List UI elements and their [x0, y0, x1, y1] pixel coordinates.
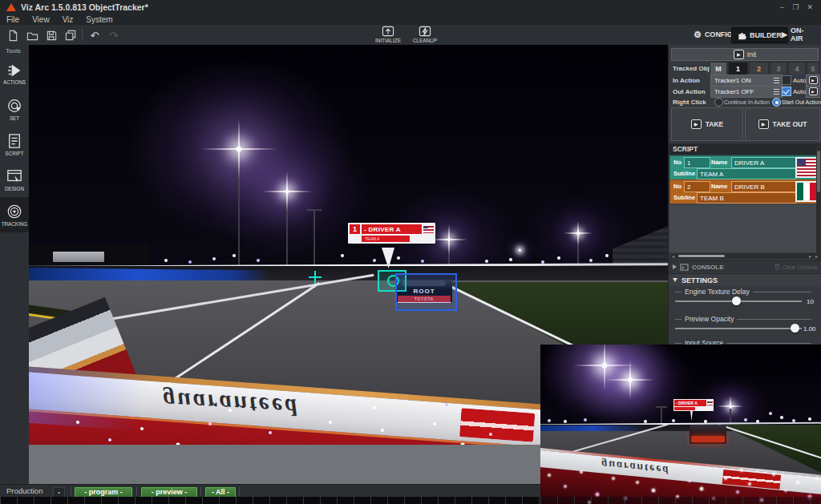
- menu-bar: File View Viz System: [0, 14, 821, 25]
- driver-number-field[interactable]: 2: [684, 181, 710, 192]
- init-action-button[interactable]: ▶ Init: [671, 48, 819, 61]
- driver-name: - DRIVER A: [362, 224, 422, 234]
- driver-label-overlay: 1 - DRIVER A TEAM A: [348, 223, 435, 244]
- open-button[interactable]: [24, 27, 40, 43]
- sidebar-item-set[interactable]: SET: [0, 91, 29, 127]
- mexico-flag-icon: [795, 181, 818, 202]
- redo-button[interactable]: ↷: [106, 27, 122, 43]
- start-out-action-radio[interactable]: [772, 98, 781, 107]
- console-output-area: [669, 204, 817, 253]
- play-box-icon: ▶: [734, 50, 744, 59]
- minimize-button[interactable]: –: [780, 3, 784, 11]
- run-out-action-button[interactable]: ▶: [806, 86, 820, 98]
- tools-sidebar: Tools ACTIONS SET SCRIPT DESIGN TRACKING: [0, 45, 30, 484]
- tracking-icon: [6, 204, 22, 220]
- take-out-button[interactable]: ▶ TAKE OUT: [745, 107, 820, 141]
- usa-flag-icon: [423, 226, 434, 233]
- app-logo-icon: [6, 3, 16, 11]
- light-pole: [661, 407, 662, 423]
- play-box-icon: ▶: [758, 119, 769, 129]
- preview-opacity-value: 1.00: [803, 325, 816, 333]
- toolbar: ↶ ↷ INITIALIZE CLEANUP ⚙ CONFIG BUILDER …: [0, 25, 821, 46]
- save-as-button[interactable]: [63, 27, 79, 43]
- preview-opacity-slider[interactable]: [675, 325, 802, 333]
- out-action-dropdown[interactable]: Tracker1 OFF: [710, 86, 783, 98]
- set-icon: [6, 98, 22, 114]
- slider-knob[interactable]: [791, 324, 799, 333]
- driver-name-field[interactable]: DRIVER B: [731, 181, 796, 192]
- restore-button[interactable]: ❐: [792, 3, 799, 11]
- tracked-object-row: Tracked Object M 1 2 3 4 5: [669, 62, 821, 75]
- script-scrollbar[interactable]: [816, 144, 821, 264]
- engine-texture-delay-slider[interactable]: [675, 297, 802, 305]
- toolbar-separator: [82, 28, 83, 42]
- sidebar-item-actions[interactable]: ACTIONS: [0, 56, 29, 91]
- hauler-truck: [53, 252, 104, 262]
- light-pole-crossbar: [307, 209, 322, 211]
- sidebar-item-design[interactable]: DESIGN: [0, 162, 29, 197]
- horizontal-scrollbar[interactable]: ◂ ▸ ▸: [670, 253, 819, 259]
- driver-number: 1: [350, 224, 360, 234]
- title-bar: Viz Arc 1.5.0.813 ObjectTracker* – ❐ ✕: [0, 0, 821, 14]
- sidebar-item-script[interactable]: SCRIPT: [0, 127, 29, 162]
- settings-section-header[interactable]: SETTINGS: [669, 273, 821, 286]
- cleanup-button[interactable]: CLEANUP: [407, 26, 443, 43]
- timeline-ruler: [0, 497, 540, 504]
- gear-icon: ⚙: [694, 30, 702, 40]
- menu-viz[interactable]: Viz: [63, 15, 74, 24]
- initialize-button[interactable]: INITIALIZE: [370, 26, 406, 43]
- engine-texture-delay-value: 10: [807, 298, 814, 305]
- redo-icon: ↷: [110, 30, 119, 42]
- menu-view[interactable]: View: [32, 15, 50, 24]
- save-button[interactable]: [43, 27, 59, 43]
- driver-name-field[interactable]: DRIVER A: [731, 157, 796, 168]
- usa-flag-icon: [707, 401, 713, 405]
- save-icon: [46, 30, 58, 42]
- new-document-button[interactable]: [5, 27, 21, 43]
- race-car: [690, 421, 726, 446]
- driver-team: TEAM A: [362, 236, 410, 242]
- rain-sparkles: [540, 345, 542, 346]
- slider-knob[interactable]: [732, 296, 741, 305]
- cleanup-icon: [419, 26, 431, 37]
- driver-subline-field[interactable]: TEAM A: [697, 168, 796, 179]
- undo-button[interactable]: ↶: [87, 27, 103, 43]
- clear-console-button[interactable]: Clear Console: [774, 264, 821, 270]
- in-action-dropdown[interactable]: Tracker1 ON: [710, 75, 783, 87]
- out-action-auto-checkbox[interactable]: [782, 87, 791, 96]
- script-entry-driver-b[interactable]: No 2 Name DRIVER B Subline TEAM B: [669, 179, 821, 204]
- in-action-auto-checkbox[interactable]: [782, 75, 791, 85]
- on-air-button[interactable]: ▶ ON-AIR: [776, 27, 821, 42]
- driver-subline-field[interactable]: TEAM B: [697, 192, 796, 204]
- play-box-icon: ▶: [691, 119, 702, 129]
- script-entry-driver-a[interactable]: No 1 Name DRIVER A Subline TEAM A: [669, 155, 821, 180]
- dropdown-icon: [774, 78, 779, 83]
- new-document-icon: [7, 30, 19, 42]
- menu-system[interactable]: System: [86, 15, 112, 24]
- timeline-ruler: [540, 497, 821, 504]
- save-as-icon: [65, 30, 77, 42]
- design-icon: [6, 168, 22, 184]
- tools-header: Tools: [0, 45, 29, 56]
- builder-puzzle-icon: [738, 31, 746, 40]
- undo-icon: ↶: [91, 30, 99, 42]
- continue-in-action-radio[interactable]: [714, 98, 723, 107]
- driver-label-overlay: - DRIVER A: [673, 399, 714, 411]
- light-pole-crossbar: [656, 406, 667, 408]
- run-in-action-button[interactable]: ▶: [806, 75, 820, 87]
- console-section-header[interactable]: CONSOLE Clear Console: [669, 260, 821, 272]
- menu-file[interactable]: File: [6, 15, 19, 24]
- viz-arc-window: Viz Arc 1.5.0.813 ObjectTracker* – ❐ ✕ F…: [0, 0, 821, 504]
- preview-video-pip[interactable]: - DRIVER A guaranteed: [540, 345, 821, 504]
- rain-sparkles: [29, 45, 30, 46]
- play-icon: ▶: [782, 30, 787, 38]
- driver-number-field[interactable]: 1: [684, 157, 710, 168]
- console-icon: [680, 264, 689, 271]
- close-button[interactable]: ✕: [807, 3, 813, 11]
- actions-icon: [6, 63, 22, 78]
- out-action-row: Out Action Tracker1 OFF Auto ▶: [669, 86, 821, 97]
- tracking-bounding-box[interactable]: [395, 273, 457, 311]
- take-button[interactable]: ▶ TAKE: [671, 107, 743, 141]
- sidebar-item-tracking[interactable]: TRACKING: [0, 197, 29, 232]
- night-sky: [540, 345, 821, 433]
